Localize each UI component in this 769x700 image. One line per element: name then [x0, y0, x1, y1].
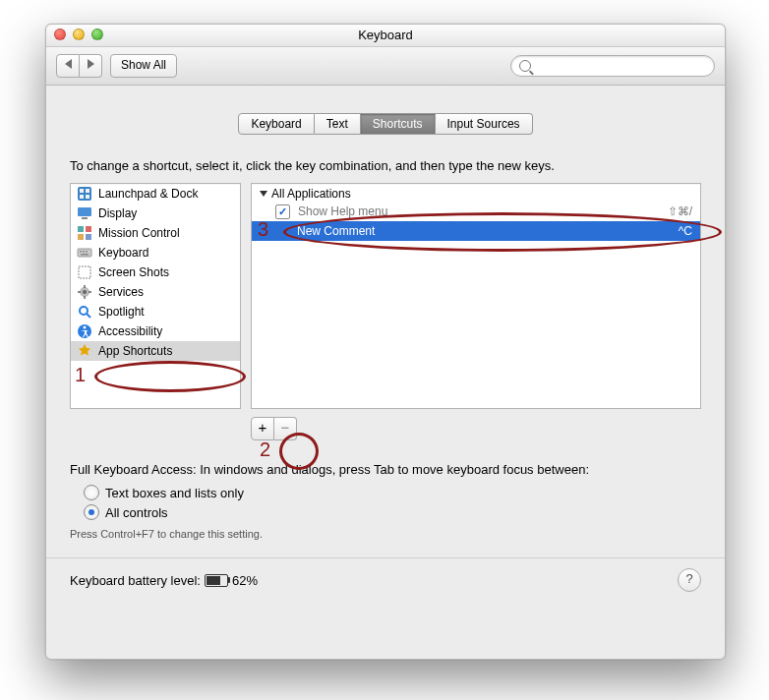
show-all-button[interactable]: Show All: [110, 54, 177, 78]
checkbox[interactable]: [275, 204, 290, 219]
back-button[interactable]: [56, 54, 80, 78]
svg-rect-7: [78, 226, 84, 232]
category-label: Mission Control: [98, 226, 180, 240]
svg-point-18: [83, 290, 87, 294]
launchpad-icon: [77, 186, 92, 202]
group-title: All Applications: [271, 187, 351, 201]
close-window-button[interactable]: [54, 29, 66, 40]
fka-radio-allcontrols[interactable]: All controls: [84, 502, 705, 522]
battery-label: Keyboard battery level:: [70, 573, 201, 588]
radio-label: All controls: [105, 505, 168, 520]
tab-input-sources[interactable]: Input Sources: [436, 113, 533, 135]
shortcut-group-header[interactable]: All Applications: [252, 186, 700, 202]
shortcut-label: New Comment: [297, 224, 679, 238]
shortcut-list[interactable]: All Applications Show Help menu ⇧⌘/ New …: [251, 183, 701, 409]
battery-percent: 62%: [232, 573, 258, 588]
svg-rect-5: [78, 207, 91, 216]
tab-shortcuts[interactable]: Shortcuts: [361, 113, 436, 135]
remove-shortcut-button[interactable]: −: [274, 417, 297, 440]
svg-rect-9: [78, 234, 84, 240]
category-display[interactable]: Display: [71, 204, 240, 223]
full-keyboard-access-label: Full Keyboard Access: In windows and dia…: [70, 462, 701, 477]
traffic-lights: [54, 29, 103, 40]
radio-icon: [84, 485, 99, 500]
category-services[interactable]: Services: [71, 282, 240, 302]
fka-radio-textboxes[interactable]: Text boxes and lists only: [84, 483, 705, 502]
category-label: Keyboard: [98, 246, 148, 260]
category-label: Display: [98, 206, 137, 220]
shortcut-keys[interactable]: ^C: [679, 224, 692, 238]
category-launchpad[interactable]: Launchpad & Dock: [71, 184, 240, 204]
svg-rect-1: [80, 189, 84, 193]
category-keyboard[interactable]: Keyboard: [71, 243, 240, 262]
mission-control-icon: [77, 225, 92, 241]
add-remove-segment: + −: [251, 417, 701, 440]
chevron-right-icon: [88, 59, 94, 69]
svg-rect-8: [86, 226, 91, 232]
category-label: Launchpad & Dock: [98, 187, 198, 201]
keyboard-icon: [77, 245, 92, 261]
instruction-text: To change a shortcut, select it, click t…: [70, 158, 701, 173]
category-spotlight[interactable]: Spotlight: [71, 302, 240, 321]
category-label: App Shortcuts: [98, 344, 172, 358]
zoom-window-button[interactable]: [91, 29, 103, 40]
category-label: Services: [98, 285, 144, 299]
category-accessibility[interactable]: Accessibility: [71, 321, 240, 341]
battery-icon: [205, 574, 228, 587]
window-title: Keyboard: [358, 28, 413, 42]
radio-label: Text boxes and lists only: [105, 486, 244, 500]
accessibility-icon: [77, 323, 92, 339]
svg-point-23: [80, 307, 88, 315]
svg-rect-10: [86, 234, 91, 240]
fka-radio-group: Text boxes and lists only All controls: [84, 483, 705, 522]
preferences-window: Keyboard Show All Keyboard Text Shortcut…: [45, 24, 726, 660]
category-list[interactable]: Launchpad & Dock Display Mission Control…: [70, 183, 241, 409]
divider: [46, 557, 725, 558]
svg-rect-6: [82, 217, 88, 219]
display-icon: [77, 205, 92, 221]
category-label: Accessibility: [98, 324, 162, 338]
help-button[interactable]: ?: [678, 568, 701, 592]
category-screen-shots[interactable]: Screen Shots: [71, 262, 240, 282]
category-mission-control[interactable]: Mission Control: [71, 223, 240, 243]
add-shortcut-button[interactable]: +: [251, 417, 274, 440]
shortcut-row[interactable]: New Comment ^C: [252, 221, 700, 241]
shortcut-row[interactable]: Show Help menu ⇧⌘/: [252, 202, 700, 221]
minimize-window-button[interactable]: [73, 29, 85, 40]
search-icon: [519, 60, 531, 72]
svg-rect-14: [86, 251, 88, 253]
nav-segment: [56, 54, 102, 78]
services-icon: [77, 284, 92, 300]
search-field[interactable]: [510, 55, 715, 77]
forward-button[interactable]: [80, 54, 102, 78]
category-app-shortcuts[interactable]: App Shortcuts: [71, 341, 240, 361]
svg-line-24: [87, 314, 90, 318]
shortcut-label: Show Help menu: [298, 204, 668, 218]
svg-rect-3: [80, 195, 84, 199]
shortcut-keys[interactable]: ⇧⌘/: [668, 204, 692, 218]
svg-rect-13: [83, 251, 85, 253]
tab-text[interactable]: Text: [315, 113, 361, 135]
svg-point-26: [84, 326, 87, 329]
chevron-left-icon: [65, 59, 72, 69]
toolbar: Show All: [46, 47, 725, 86]
search-input[interactable]: [537, 58, 706, 74]
svg-rect-2: [86, 189, 89, 193]
category-label: Spotlight: [98, 305, 145, 319]
tab-bar: Keyboard Text Shortcuts Input Sources: [66, 113, 705, 135]
fka-hint: Press Control+F7 to change this setting.: [70, 528, 701, 540]
screenshots-icon: [77, 264, 92, 280]
svg-rect-16: [79, 266, 90, 278]
svg-rect-11: [78, 249, 91, 257]
radio-icon: [84, 504, 99, 520]
tab-keyboard[interactable]: Keyboard: [238, 113, 314, 135]
svg-rect-4: [86, 195, 89, 199]
spotlight-icon: [77, 304, 92, 320]
category-label: Screen Shots: [98, 265, 169, 279]
svg-rect-12: [80, 251, 82, 253]
app-shortcuts-icon: [77, 343, 92, 359]
titlebar: Keyboard: [46, 25, 725, 47]
disclosure-triangle-icon: [260, 191, 267, 197]
svg-rect-15: [81, 254, 89, 256]
